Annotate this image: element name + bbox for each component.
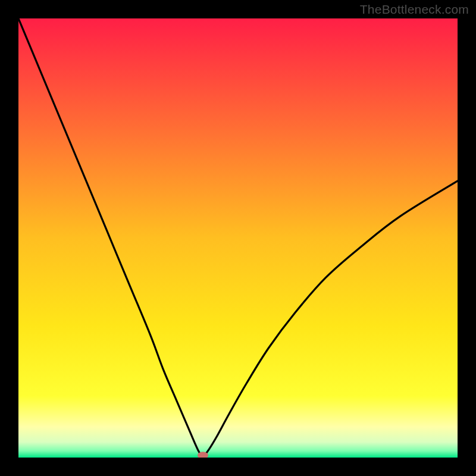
watermark-text: TheBottleneck.com — [360, 2, 469, 17]
plot-area — [18, 18, 458, 458]
chart-stage: TheBottleneck.com — [0, 0, 476, 476]
plot-svg — [18, 18, 458, 458]
gradient-fill — [18, 18, 458, 458]
